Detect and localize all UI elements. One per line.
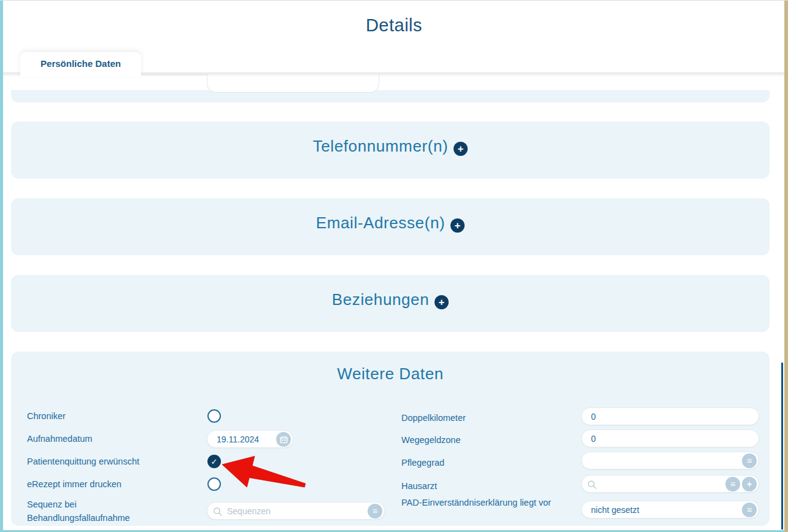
input-remnant[interactable] xyxy=(207,74,379,93)
section-email-adressen: Email-Adresse(n)+ xyxy=(11,198,770,255)
pflegegrad-field: ≡ xyxy=(581,452,759,469)
section-telefonnummern-title: Telefonnummer(n) xyxy=(313,137,449,155)
doppelkilometer-label: Doppelkilometer xyxy=(401,411,466,425)
wegegeldzone-field xyxy=(581,430,759,447)
check-icon: ✓ xyxy=(211,457,218,466)
chroniker-label: Chroniker xyxy=(27,409,66,423)
pad-menu-button[interactable]: ≡ xyxy=(742,503,757,517)
tab-persoenliche-daten[interactable]: Persönliche Daten xyxy=(20,52,141,77)
section-email-header: Email-Adresse(n)+ xyxy=(11,198,770,233)
plus-icon: + xyxy=(458,144,465,154)
erezept-label: eRezept immer drucken xyxy=(27,477,122,491)
sequenz-input[interactable] xyxy=(207,503,384,519)
hausarzt-add-button[interactable]: + xyxy=(742,477,757,492)
section-weitere-daten: Weitere Daten Chroniker Aufnahmedatum Pa… xyxy=(11,352,770,526)
patientenquittung-toggle[interactable]: ✓ xyxy=(207,455,221,468)
doppelkilometer-field xyxy=(581,407,759,425)
section-email-title: Email-Adresse(n) xyxy=(316,214,445,232)
wegegeldzone-label: Wegegeldzone xyxy=(401,433,460,447)
pad-field: ≡ xyxy=(581,501,759,519)
plus-icon: + xyxy=(454,220,461,231)
pflegegrad-label: Pflegegrad xyxy=(401,456,444,469)
window-edge-left xyxy=(0,1,3,532)
hausarzt-menu-button[interactable]: ≡ xyxy=(725,477,740,492)
scrollbar-thumb[interactable] xyxy=(781,363,783,530)
pad-input[interactable] xyxy=(582,501,759,518)
hausarzt-label: Hausarzt xyxy=(401,479,437,493)
add-email-button[interactable]: + xyxy=(450,218,465,233)
page-title: Details xyxy=(0,15,788,36)
section-telefonnummern-header: Telefonnummer(n)+ xyxy=(11,121,770,156)
sequenz-menu-button[interactable]: ≡ xyxy=(368,504,382,519)
add-phone-button[interactable]: + xyxy=(454,142,468,156)
menu-icon: ≡ xyxy=(373,507,377,515)
aufnahmedatum-field xyxy=(207,430,293,448)
sequenz-field: ≡ xyxy=(207,502,385,520)
section-weitere-daten-title: Weitere Daten xyxy=(11,352,770,384)
plus-icon: + xyxy=(747,480,752,488)
patient-details-window: Details Falldaten Persönliche Daten Tele… xyxy=(0,0,788,532)
aufnahmedatum-label: Aufnahmedatum xyxy=(27,432,92,445)
hausarzt-field: ≡ + xyxy=(581,475,759,493)
pad-label: PAD-Einverständniserklärung liegt vor xyxy=(401,496,551,509)
plus-icon: + xyxy=(438,297,445,307)
patientenquittung-label: Patientenquittung erwünscht xyxy=(27,455,139,468)
pflegegrad-input[interactable] xyxy=(582,452,759,469)
menu-icon: ≡ xyxy=(747,506,752,514)
wegegeldzone-input[interactable] xyxy=(582,430,759,447)
scrollbar-track[interactable] xyxy=(784,1,788,532)
sequenz-label: Sequenz bei Behandlungsfallaufnahme xyxy=(27,498,174,525)
calendar-icon xyxy=(280,436,288,444)
calendar-button[interactable] xyxy=(276,432,291,447)
section-beziehungen-title: Beziehungen xyxy=(332,290,429,309)
section-telefonnummern: Telefonnummer(n)+ xyxy=(11,121,770,179)
section-beziehungen-header: Beziehungen+ xyxy=(11,275,770,309)
section-beziehungen: Beziehungen+ xyxy=(11,275,770,332)
section-partial-scrolled xyxy=(11,90,770,102)
doppelkilometer-input[interactable] xyxy=(582,408,759,425)
pflegegrad-menu-button[interactable]: ≡ xyxy=(742,453,757,468)
erezept-toggle[interactable] xyxy=(207,477,221,491)
menu-icon: ≡ xyxy=(730,480,735,488)
add-relation-button[interactable]: + xyxy=(435,295,449,309)
menu-icon: ≡ xyxy=(747,457,752,465)
chroniker-toggle[interactable] xyxy=(207,409,221,423)
